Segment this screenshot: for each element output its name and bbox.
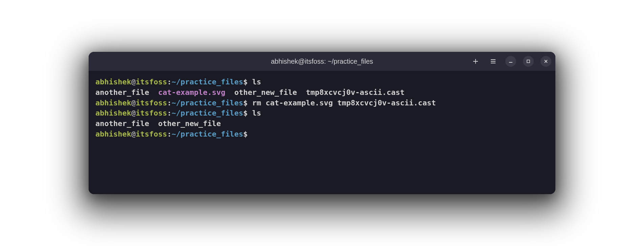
file-item: tmp8xcvcj0v-ascii.cast bbox=[306, 88, 405, 97]
prompt-user: abhishek bbox=[95, 99, 131, 107]
prompt-colon: : bbox=[167, 109, 171, 117]
prompt-at: @ bbox=[131, 109, 136, 117]
file-item: cat-example.svg bbox=[158, 88, 225, 97]
prompt-colon: : bbox=[167, 78, 171, 86]
terminal-line: another_file other_new_file bbox=[95, 119, 549, 129]
terminal-line: abhishek@itsfoss:~/practice_files$ rm ca… bbox=[95, 98, 549, 108]
window-title: abhishek@itsfoss: ~/practice_files bbox=[271, 58, 373, 65]
prompt-user: abhishek bbox=[95, 109, 131, 117]
close-button[interactable] bbox=[540, 56, 551, 67]
titlebar-controls bbox=[470, 56, 551, 67]
new-tab-button[interactable] bbox=[470, 56, 481, 67]
prompt-user: abhishek bbox=[95, 78, 131, 86]
prompt-at: @ bbox=[131, 78, 136, 86]
menu-button[interactable] bbox=[488, 56, 499, 67]
minimize-icon bbox=[508, 59, 513, 64]
file-item: other_new_file bbox=[234, 88, 297, 97]
terminal-window: abhishek@itsfoss: ~/practice_files bbox=[89, 52, 555, 194]
maximize-button[interactable] bbox=[523, 56, 534, 67]
terminal-body[interactable]: abhishek@itsfoss:~/practice_files$ ls an… bbox=[89, 71, 555, 194]
prompt-dollar: $ bbox=[243, 78, 248, 86]
gap bbox=[149, 88, 158, 97]
maximize-icon bbox=[526, 59, 531, 64]
file-item: other_new_file bbox=[158, 119, 221, 128]
prompt-path: ~/practice_files bbox=[171, 130, 243, 138]
terminal-line: abhishek@itsfoss:~/practice_files$ ls bbox=[95, 108, 549, 119]
prompt-dollar: $ bbox=[243, 109, 248, 117]
file-item: another_file bbox=[95, 119, 149, 128]
prompt-at: @ bbox=[131, 99, 136, 107]
gap bbox=[297, 88, 306, 97]
plus-icon bbox=[473, 58, 479, 64]
titlebar: abhishek@itsfoss: ~/practice_files bbox=[89, 52, 555, 71]
terminal-line: abhishek@itsfoss:~/practice_files$ bbox=[95, 129, 549, 140]
prompt-user: abhishek bbox=[95, 130, 131, 138]
gap bbox=[225, 88, 234, 97]
prompt-host: itsfoss bbox=[136, 109, 167, 117]
gap bbox=[149, 119, 158, 128]
prompt-dollar: $ bbox=[243, 130, 248, 138]
minimize-button[interactable] bbox=[505, 56, 516, 67]
prompt-path: ~/practice_files bbox=[171, 99, 243, 107]
prompt-host: itsfoss bbox=[136, 78, 167, 86]
prompt-host: itsfoss bbox=[136, 99, 167, 107]
prompt-dollar: $ bbox=[243, 99, 248, 107]
svg-rect-6 bbox=[527, 60, 530, 63]
prompt-path: ~/practice_files bbox=[171, 78, 243, 86]
file-item: another_file bbox=[95, 88, 149, 97]
hamburger-icon bbox=[490, 58, 496, 64]
prompt-colon: : bbox=[167, 99, 171, 107]
close-icon bbox=[544, 59, 548, 64]
command-text bbox=[248, 130, 252, 138]
terminal-line: another_file cat-example.svg other_new_f… bbox=[95, 87, 549, 98]
prompt-at: @ bbox=[131, 130, 136, 138]
prompt-colon: : bbox=[167, 130, 171, 138]
command-text: ls bbox=[248, 78, 261, 86]
command-text: rm cat-example.svg tmp8xcvcj0v-ascii.cas… bbox=[248, 99, 436, 107]
prompt-host: itsfoss bbox=[136, 130, 167, 138]
command-text: ls bbox=[248, 109, 261, 117]
terminal-line: abhishek@itsfoss:~/practice_files$ ls bbox=[95, 77, 549, 87]
prompt-path: ~/practice_files bbox=[171, 109, 243, 117]
